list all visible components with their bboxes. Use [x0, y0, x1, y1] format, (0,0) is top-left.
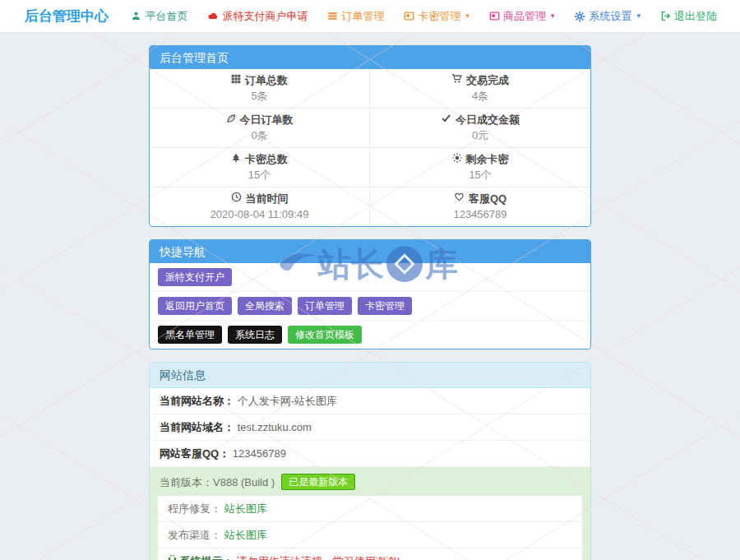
stat-service-qq: 客服QQ 123456789 [370, 187, 590, 226]
quick-nav-panel: 快捷导航 派特支付开户 返回用户首页 全局搜索 订单管理 卡密管理 黑名单管理 … [149, 239, 591, 349]
repair-note-label: 程序修复： [168, 502, 221, 516]
user-icon [131, 11, 141, 21]
site-name-value: 个人发卡网-站长图库 [238, 395, 337, 407]
site-info-panel: 网站信息 当前网站名称： 个人发卡网-站长图库 当前网站域名： test.zzt… [149, 362, 591, 560]
nav-order-management[interactable]: 订单管理 [327, 9, 384, 24]
system-tip-text: 请勿用作违法违规，学习使用谢谢! [237, 554, 400, 560]
tree-icon [231, 152, 241, 166]
stat-card-remaining: 剩余卡密 15个 [370, 148, 590, 187]
edit-home-template-button[interactable]: 修改首页模板 [288, 326, 362, 344]
site-domain-label: 当前网站域名： [160, 421, 234, 433]
magnet-icon: Ü [168, 555, 177, 560]
site-info-panel-title: 网站信息 [150, 363, 590, 388]
nav-label: 订单管理 [341, 9, 384, 24]
stat-order-total: 订单总数 5条 [150, 69, 370, 109]
leaf-icon [226, 113, 236, 127]
dashboard-panel-title: 后台管理首页 [150, 46, 590, 69]
stat-today-orders: 今日订单数 0条 [150, 109, 370, 148]
site-qq-value: 123456789 [233, 447, 286, 460]
version-label: 当前版本： [160, 474, 213, 490]
repair-note-value: 站长图库 [224, 502, 267, 516]
main-nav: 平台首页 派特支付商户申请 订单管理 卡密管理 ▾ 商品管理 ▾ 系统设置 ▾ [131, 9, 717, 24]
stat-label: 交易完成 [466, 73, 509, 87]
system-tip-label: 系统提示： [180, 554, 234, 560]
stat-value: 4条 [370, 89, 590, 103]
nav-logout[interactable]: 退出登陆 [660, 9, 717, 24]
global-search-button[interactable]: 全局搜索 [238, 297, 292, 315]
nav-label: 卡密管理 [418, 9, 460, 24]
stat-label: 当前时间 [246, 192, 289, 206]
stat-value: 15个 [370, 168, 590, 182]
stats-grid: 订单总数 5条 交易完成 4条 今日订单数 0条 今日成交金额 0元 卡密总数 … [150, 69, 590, 226]
version-line: 当前版本： V888 (Build ) 已是最新版本 [150, 474, 590, 496]
stat-value: 15个 [150, 168, 369, 182]
version-alert: 当前版本： V888 (Build ) 已是最新版本 程序修复： 站长图库 发布… [150, 467, 590, 560]
order-management-button[interactable]: 订单管理 [298, 297, 352, 315]
dashboard-panel: 后台管理首页 订单总数 5条 交易完成 4条 今日订单数 0条 今日成交金额 0… [149, 45, 591, 227]
nav-system-settings[interactable]: 系统设置 ▾ [574, 9, 641, 24]
site-name-label: 当前网站名称： [160, 395, 234, 407]
top-navbar: 后台管理中心 平台首页 派特支付商户申请 订单管理 卡密管理 ▾ 商品管理 ▾ … [0, 0, 740, 33]
version-notes-card: 程序修复： 站长图库 发布渠道： 站长图库 Ü 系统提示： 请勿用作违法违规，学… [158, 496, 582, 560]
card-management-button[interactable]: 卡密管理 [358, 297, 412, 315]
stat-label: 剩余卡密 [466, 152, 509, 166]
sun-icon [452, 152, 462, 166]
blacklist-management-button[interactable]: 黑名单管理 [158, 326, 222, 344]
paite-pay-open-button[interactable]: 派特支付开户 [158, 268, 232, 286]
release-channel-label: 发布渠道： [168, 528, 221, 542]
version-value: V888 (Build ) [213, 474, 275, 490]
nav-product-management[interactable]: 商品管理 ▾ [489, 9, 555, 24]
cart-icon [451, 73, 462, 87]
site-qq-row: 网站客服QQ： 123456789 [150, 441, 590, 467]
gear-icon [574, 11, 585, 22]
site-domain-value: test.zztuku.com [238, 421, 312, 433]
check-icon [441, 113, 451, 127]
nav-label: 平台首页 [145, 9, 187, 24]
stat-trade-complete: 交易完成 4条 [370, 69, 590, 109]
quick-nav-row-2: 返回用户首页 全局搜索 订单管理 卡密管理 [150, 292, 590, 321]
stat-value: 2020-08-04 11:09:49 [150, 207, 369, 221]
stat-value: 123456789 [370, 207, 590, 221]
stat-value: 5条 [150, 89, 369, 103]
stat-card-total: 卡密总数 15个 [150, 148, 370, 187]
stat-today-amount: 今日成交金额 0元 [370, 109, 590, 148]
chevron-down-icon: ▾ [636, 12, 641, 20]
stat-label: 卡密总数 [245, 152, 288, 166]
stat-label: 今日成交金额 [456, 113, 520, 127]
stat-current-time: 当前时间 2020-08-04 11:09:49 [150, 187, 370, 226]
content-area: 后台管理首页 订单总数 5条 交易完成 4条 今日订单数 0条 今日成交金额 0… [149, 45, 591, 560]
clock-icon [231, 192, 242, 206]
stat-label: 客服QQ [469, 192, 506, 206]
nav-paite-merchant-apply[interactable]: 派特支付商户申请 [207, 9, 308, 24]
stat-label: 今日订单数 [240, 113, 294, 127]
cloud-icon [207, 11, 219, 21]
release-channel-row: 发布渠道： 站长图库 [158, 522, 582, 548]
latest-version-badge: 已是最新版本 [281, 474, 355, 490]
nav-label: 商品管理 [503, 9, 546, 24]
stat-value: 0条 [150, 128, 369, 142]
site-domain-row: 当前网站域名： test.zztuku.com [150, 414, 590, 441]
quick-nav-panel-title: 快捷导航 [150, 240, 590, 263]
nav-label: 系统设置 [589, 9, 631, 24]
grid-icon [231, 73, 241, 87]
stat-label: 订单总数 [245, 73, 288, 87]
release-channel-value: 站长图库 [224, 528, 267, 542]
back-to-user-home-button[interactable]: 返回用户首页 [158, 297, 232, 315]
card-icon [404, 11, 414, 21]
heart-icon [454, 192, 465, 206]
stat-value: 0元 [370, 128, 590, 142]
chevron-down-icon: ▾ [465, 12, 469, 20]
box-icon [489, 11, 500, 21]
logout-icon [660, 11, 671, 21]
system-tip-row: Ü 系统提示： 请勿用作违法违规，学习使用谢谢! [158, 548, 582, 560]
system-log-button[interactable]: 系统日志 [228, 326, 282, 344]
chevron-down-icon: ▾ [551, 12, 555, 20]
nav-label: 派特支付商户申请 [222, 9, 308, 24]
site-name-row: 当前网站名称： 个人发卡网-站长图库 [150, 388, 590, 414]
app-title[interactable]: 后台管理中心 [25, 7, 109, 25]
quick-nav-row-1: 派特支付开户 [150, 263, 590, 292]
nav-card-management[interactable]: 卡密管理 ▾ [404, 9, 469, 24]
nav-platform-home[interactable]: 平台首页 [131, 9, 187, 24]
repair-note-row: 程序修复： 站长图库 [158, 496, 582, 522]
list-icon [327, 11, 338, 21]
